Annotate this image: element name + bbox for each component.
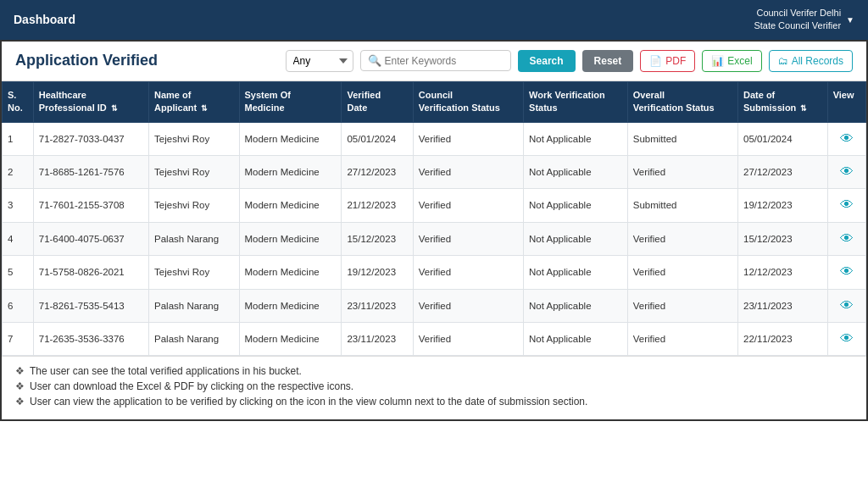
cell-sno: 3	[3, 189, 34, 222]
search-input[interactable]	[385, 55, 504, 67]
cell-work-status: Not Applicable	[524, 322, 628, 355]
cell-view[interactable]: 👁	[827, 222, 865, 255]
pdf-icon: 📄	[649, 55, 662, 67]
col-sno: S.No.	[3, 81, 34, 122]
view-icon[interactable]: 👁	[840, 264, 854, 279]
cell-verified-date: 21/12/2023	[342, 189, 413, 222]
cell-name: Tejeshvi Roy	[149, 256, 239, 289]
cell-work-status: Not Applicable	[524, 222, 628, 255]
excel-icon: 📊	[711, 55, 724, 67]
cell-hpid: 71-2635-3536-3376	[33, 322, 148, 355]
dashboard-title: Dashboard	[14, 13, 75, 26]
cell-council-status: Verified	[413, 122, 523, 155]
records-icon: 🗂	[778, 55, 788, 67]
user-dropdown-icon[interactable]: ▼	[846, 15, 854, 25]
cell-hpid: 71-2827-7033-0437	[33, 122, 148, 155]
table-header-row: S.No. HealthcareProfessional ID ⇅ Name o…	[3, 81, 866, 122]
cell-verified-date: 15/12/2023	[342, 222, 413, 255]
cell-work-status: Not Applicable	[524, 122, 628, 155]
app-header: Dashboard Council Verifer Delhi State Co…	[0, 0, 868, 40]
cell-name: Tejeshvi Roy	[149, 189, 239, 222]
search-box: 🔍	[360, 50, 511, 71]
cell-name: Palash Narang	[149, 222, 239, 255]
cell-overall-status: Verified	[627, 322, 737, 355]
cell-name: Palash Narang	[149, 289, 239, 322]
cell-submission-date: 27/12/2023	[737, 155, 827, 188]
cell-submission-date: 12/12/2023	[737, 256, 827, 289]
col-name[interactable]: Name ofApplicant ⇅	[149, 81, 239, 122]
cell-overall-status: Submitted	[627, 122, 737, 155]
cell-verified-date: 23/11/2023	[342, 322, 413, 355]
excel-button[interactable]: 📊 Excel	[702, 50, 761, 72]
cell-hpid: 71-8685-1261-7576	[33, 155, 148, 188]
table-row: 6 71-8261-7535-5413 Palash Narang Modern…	[3, 289, 866, 322]
cell-verified-date: 27/12/2023	[342, 155, 413, 188]
cell-view[interactable]: 👁	[827, 256, 865, 289]
cell-view[interactable]: 👁	[827, 189, 865, 222]
table-row: 4 71-6400-4075-0637 Palash Narang Modern…	[3, 222, 866, 255]
cell-council-status: Verified	[413, 155, 523, 188]
cell-council-status: Verified	[413, 289, 523, 322]
col-system: System OfMedicine	[239, 81, 342, 122]
note-item: User can download the Excel & PDF by cli…	[15, 380, 853, 392]
search-icon: 🔍	[368, 54, 381, 67]
table-row: 1 71-2827-7033-0437 Tejeshvi Roy Modern …	[3, 122, 866, 155]
cell-sno: 7	[3, 322, 34, 355]
cell-sno: 4	[3, 222, 34, 255]
cell-verified-date: 05/01/2024	[342, 122, 413, 155]
user-name: Council Verifer Delhi	[754, 7, 841, 19]
reset-button[interactable]: Reset	[582, 50, 634, 72]
cell-view[interactable]: 👁	[827, 122, 865, 155]
view-icon[interactable]: 👁	[840, 164, 854, 179]
cell-system: Modern Medicine	[239, 256, 342, 289]
cell-council-status: Verified	[413, 256, 523, 289]
cell-sno: 2	[3, 155, 34, 188]
cell-verified-date: 23/11/2023	[342, 289, 413, 322]
cell-view[interactable]: 👁	[827, 289, 865, 322]
cell-submission-date: 23/11/2023	[737, 289, 827, 322]
toolbar: Application Verified Any 🔍 Search Reset …	[2, 42, 866, 81]
cell-overall-status: Verified	[627, 256, 737, 289]
filter-dropdown[interactable]: Any	[286, 50, 353, 72]
cell-name: Palash Narang	[149, 322, 239, 355]
table-row: 3 71-7601-2155-3708 Tejeshvi Roy Modern …	[3, 189, 866, 222]
cell-work-status: Not Applicable	[524, 189, 628, 222]
view-icon[interactable]: 👁	[840, 197, 854, 212]
cell-hpid: 71-6400-4075-0637	[33, 222, 148, 255]
cell-verified-date: 19/12/2023	[342, 256, 413, 289]
user-info: Council Verifer Delhi State Council Veri…	[754, 7, 854, 33]
cell-view[interactable]: 👁	[827, 322, 865, 355]
col-overall-status: OverallVerification Status	[627, 81, 737, 122]
cell-name: Tejeshvi Roy	[149, 122, 239, 155]
main-container: Application Verified Any 🔍 Search Reset …	[0, 40, 868, 422]
cell-name: Tejeshvi Roy	[149, 155, 239, 188]
note-item: User can view the application to be veri…	[15, 396, 853, 408]
col-council-status: CouncilVerification Status	[413, 81, 523, 122]
cell-sno: 5	[3, 256, 34, 289]
cell-sno: 1	[3, 122, 34, 155]
col-hpid[interactable]: HealthcareProfessional ID ⇅	[33, 81, 148, 122]
pdf-button[interactable]: 📄 PDF	[640, 50, 695, 72]
view-icon[interactable]: 👁	[840, 131, 854, 146]
cell-system: Modern Medicine	[239, 322, 342, 355]
cell-system: Modern Medicine	[239, 222, 342, 255]
cell-sno: 6	[3, 289, 34, 322]
view-icon[interactable]: 👁	[840, 298, 854, 313]
cell-view[interactable]: 👁	[827, 155, 865, 188]
cell-overall-status: Verified	[627, 155, 737, 188]
all-records-button[interactable]: 🗂 All Records	[769, 50, 853, 72]
cell-submission-date: 22/11/2023	[737, 322, 827, 355]
cell-submission-date: 19/12/2023	[737, 189, 827, 222]
cell-system: Modern Medicine	[239, 155, 342, 188]
cell-overall-status: Verified	[627, 222, 737, 255]
search-button[interactable]: Search	[518, 50, 576, 72]
cell-overall-status: Submitted	[627, 189, 737, 222]
col-work-status: Work VerificationStatus	[524, 81, 628, 122]
cell-overall-status: Verified	[627, 289, 737, 322]
view-icon[interactable]: 👁	[840, 331, 854, 346]
col-submission-date[interactable]: Date ofSubmission ⇅	[737, 81, 827, 122]
notes-section: The user can see the total verified appl…	[2, 356, 866, 419]
cell-system: Modern Medicine	[239, 189, 342, 222]
view-icon[interactable]: 👁	[840, 231, 854, 246]
cell-submission-date: 15/12/2023	[737, 222, 827, 255]
